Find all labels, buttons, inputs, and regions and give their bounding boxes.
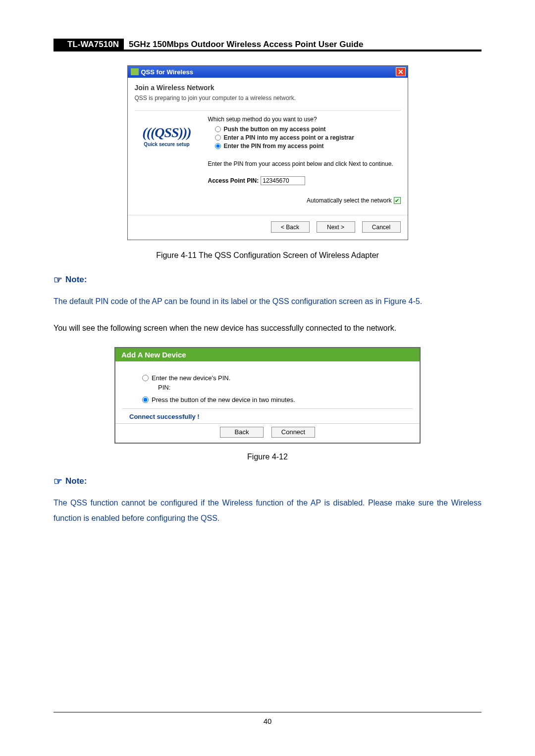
qss-subtext: QSS is preparing to join your computer t…	[135, 95, 401, 101]
qss-logo-caption: Quick secure setup	[135, 142, 199, 147]
divider	[122, 408, 413, 409]
pointing-hand-icon: ☞	[54, 475, 62, 487]
connect-status: Connect successfully !	[122, 413, 413, 420]
transition-text: You will see the following screen when t…	[54, 321, 482, 336]
qss-titlebar: QSS for Wireless ✕	[128, 66, 408, 78]
qss-logo-panel: (((QSS))) Quick secure setup	[135, 116, 199, 211]
note-2-text: The QSS function cannot be configured if…	[54, 495, 482, 526]
note-marker-2: ☞ Note:	[54, 475, 482, 487]
radio-enter-device-pin[interactable]	[142, 375, 149, 381]
note-label-1: Note:	[65, 275, 87, 285]
model-badge: TL-WA7510N	[54, 39, 124, 50]
back-button[interactable]: Back	[220, 427, 264, 438]
device-pin-label: PIN:	[158, 384, 413, 391]
option-push-button[interactable]: Push the button on my access point	[215, 126, 401, 133]
option-enter-device-pin[interactable]: Enter the new device's PIN.	[142, 374, 413, 382]
option-enter-device-pin-label: Enter the new device's PIN.	[152, 374, 230, 382]
qss-heading: Join a Wireless Network	[135, 84, 401, 92]
note-label-2: Note:	[65, 476, 87, 486]
radio-push[interactable]	[215, 126, 221, 132]
auto-select-row[interactable]: Automatically select the network ✔	[208, 197, 401, 204]
guide-title: 5GHz 150Mbps Outdoor Wireless Access Poi…	[124, 39, 363, 50]
qss-window-title: QSS for Wireless	[141, 68, 396, 76]
qss-dialog: QSS for Wireless ✕ Join a Wireless Netwo…	[127, 65, 408, 240]
divider	[135, 110, 401, 111]
pointing-hand-icon: ☞	[54, 274, 62, 286]
connect-button[interactable]: Connect	[271, 427, 315, 438]
radio-press-button[interactable]	[142, 397, 149, 403]
option-enter-pin-ap[interactable]: Enter the PIN from my access point	[215, 143, 401, 150]
figure-4-11-caption: Figure 4-11 The QSS Configuration Screen…	[54, 251, 482, 260]
qss-app-icon	[131, 68, 139, 75]
qss-question: Which setup method do you want to use?	[208, 116, 401, 123]
qss-footer: < Back Next > Cancel	[128, 215, 408, 240]
back-button[interactable]: < Back	[271, 221, 310, 233]
note-1-text: The default PIN code of the AP can be fo…	[54, 294, 482, 309]
auto-select-label: Automatically select the network	[307, 197, 391, 204]
option-enter-pin-reg-label: Enter a PIN into my access point or a re…	[224, 134, 354, 141]
option-enter-pin-ap-label: Enter the PIN from my access point	[224, 143, 324, 150]
checkbox-checked-icon[interactable]: ✔	[394, 197, 401, 204]
option-press-button[interactable]: Press the button of the new device in tw…	[142, 396, 413, 403]
option-push-label: Push the button on my access point	[224, 126, 326, 133]
close-icon[interactable]: ✕	[396, 67, 406, 76]
qss-instruction: Enter the PIN from your access point bel…	[208, 160, 401, 167]
page-number: 40	[0, 717, 535, 725]
radio-enter-pin-ap[interactable]	[215, 143, 221, 149]
access-point-pin-label: Access Point PIN:	[208, 177, 259, 184]
add-device-title: Add A New Device	[115, 348, 420, 361]
add-device-panel: Add A New Device Enter the new device's …	[114, 347, 421, 444]
figure-4-12-caption: Figure 4-12	[54, 453, 482, 461]
cancel-button[interactable]: Cancel	[362, 221, 401, 233]
option-press-button-label: Press the button of the new device in tw…	[152, 396, 295, 403]
footer-rule	[54, 712, 482, 712]
access-point-pin-input[interactable]	[261, 176, 305, 185]
qss-logo: (((QSS)))	[135, 125, 199, 141]
next-button[interactable]: Next >	[317, 221, 355, 233]
radio-enter-pin-reg[interactable]	[215, 135, 221, 141]
option-enter-pin-registrar[interactable]: Enter a PIN into my access point or a re…	[215, 134, 401, 141]
access-point-pin-row: Access Point PIN:	[208, 176, 401, 185]
page-header: TL-WA7510N 5GHz 150Mbps Outdoor Wireless…	[54, 39, 482, 51]
note-marker-1: ☞ Note:	[54, 274, 482, 286]
add-device-footer: Back Connect	[115, 423, 420, 443]
